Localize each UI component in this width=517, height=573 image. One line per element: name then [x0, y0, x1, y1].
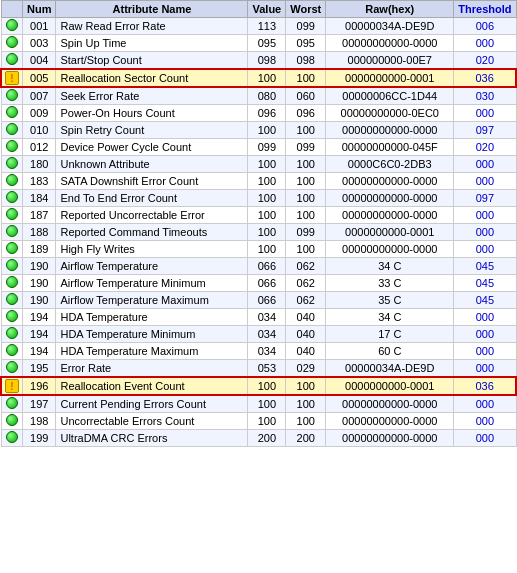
- attr-threshold: 000: [454, 105, 516, 122]
- attr-raw: 00000000000-0EC0: [326, 105, 454, 122]
- attr-threshold: 020: [454, 139, 516, 156]
- attr-value: 100: [248, 395, 286, 413]
- attr-name: SATA Downshift Error Count: [56, 173, 248, 190]
- attr-worst: 100: [286, 173, 326, 190]
- green-status-icon: [6, 225, 18, 237]
- attr-threshold: 000: [454, 224, 516, 241]
- attr-name: Current Pending Errors Count: [56, 395, 248, 413]
- green-status-icon: [6, 276, 18, 288]
- attr-raw: 60 C: [326, 343, 454, 360]
- attr-name: High Fly Writes: [56, 241, 248, 258]
- attr-name: Spin Up Time: [56, 35, 248, 52]
- attr-num: 007: [23, 87, 56, 105]
- attr-name: HDA Temperature Maximum: [56, 343, 248, 360]
- table-row: 004Start/Stop Count098098000000000-00E70…: [1, 52, 516, 70]
- attr-value: 100: [248, 377, 286, 395]
- attr-raw: 00000000000-0000: [326, 190, 454, 207]
- attr-name: Unknown Attribute: [56, 156, 248, 173]
- attr-threshold: 000: [454, 326, 516, 343]
- table-row: 194HDA Temperature Minimum03404017 C000: [1, 326, 516, 343]
- attr-num: 196: [23, 377, 56, 395]
- attr-name: Airflow Temperature Maximum: [56, 292, 248, 309]
- green-status-icon: [6, 36, 18, 48]
- attr-value: 100: [248, 69, 286, 87]
- attr-num: 009: [23, 105, 56, 122]
- attr-threshold: 000: [454, 173, 516, 190]
- attr-raw: 00000000000-0000: [326, 241, 454, 258]
- status-cell: [1, 395, 23, 413]
- table-row: 010Spin Retry Count10010000000000000-000…: [1, 122, 516, 139]
- attr-value: 100: [248, 190, 286, 207]
- attr-worst: 060: [286, 87, 326, 105]
- attr-value: 080: [248, 87, 286, 105]
- attr-raw: 17 C: [326, 326, 454, 343]
- attr-threshold: 000: [454, 360, 516, 378]
- green-status-icon: [6, 414, 18, 426]
- attr-threshold: 036: [454, 69, 516, 87]
- table-row: 198Uncorrectable Errors Count10010000000…: [1, 413, 516, 430]
- attr-name: End To End Error Count: [56, 190, 248, 207]
- attr-threshold: 000: [454, 156, 516, 173]
- attr-num: 199: [23, 430, 56, 447]
- attr-name: Spin Retry Count: [56, 122, 248, 139]
- status-cell: [1, 87, 23, 105]
- status-cell: [1, 122, 23, 139]
- attr-name: Seek Error Rate: [56, 87, 248, 105]
- green-status-icon: [6, 140, 18, 152]
- attr-value: 100: [248, 241, 286, 258]
- attr-threshold: 030: [454, 87, 516, 105]
- attr-worst: 100: [286, 395, 326, 413]
- header-value: Value: [248, 1, 286, 18]
- table-row: !005Reallocation Sector Count10010000000…: [1, 69, 516, 87]
- attr-raw: 00000006CC-1D44: [326, 87, 454, 105]
- table-row: 190Airflow Temperature06606234 C045: [1, 258, 516, 275]
- attr-num: 005: [23, 69, 56, 87]
- attr-worst: 062: [286, 292, 326, 309]
- attr-num: 004: [23, 52, 56, 70]
- attr-raw: 0000000000-0001: [326, 377, 454, 395]
- smart-table: Num Attribute Name Value Worst Raw(hex) …: [0, 0, 517, 447]
- table-row: 194HDA Temperature03404034 C000: [1, 309, 516, 326]
- attr-value: 066: [248, 292, 286, 309]
- attr-name: Start/Stop Count: [56, 52, 248, 70]
- attr-value: 113: [248, 18, 286, 35]
- attr-worst: 200: [286, 430, 326, 447]
- attr-worst: 100: [286, 156, 326, 173]
- green-status-icon: [6, 293, 18, 305]
- warn-status-icon: !: [5, 379, 19, 393]
- attr-worst: 100: [286, 190, 326, 207]
- table-row: 183SATA Downshift Error Count10010000000…: [1, 173, 516, 190]
- green-status-icon: [6, 310, 18, 322]
- attr-num: 190: [23, 292, 56, 309]
- status-cell: [1, 430, 23, 447]
- header-worst: Worst: [286, 1, 326, 18]
- attr-worst: 099: [286, 18, 326, 35]
- attr-value: 096: [248, 105, 286, 122]
- attr-threshold: 045: [454, 292, 516, 309]
- attr-num: 195: [23, 360, 56, 378]
- green-status-icon: [6, 327, 18, 339]
- green-status-icon: [6, 123, 18, 135]
- attr-name: Uncorrectable Errors Count: [56, 413, 248, 430]
- attr-value: 100: [248, 122, 286, 139]
- green-status-icon: [6, 157, 18, 169]
- attr-name: HDA Temperature: [56, 309, 248, 326]
- attr-name: Reported Command Timeouts: [56, 224, 248, 241]
- status-cell: [1, 241, 23, 258]
- attr-worst: 100: [286, 122, 326, 139]
- status-cell: [1, 173, 23, 190]
- table-row: 188Reported Command Timeouts100099000000…: [1, 224, 516, 241]
- attr-value: 100: [248, 156, 286, 173]
- table-row: 001Raw Read Error Rate11309900000034A-DE…: [1, 18, 516, 35]
- attr-threshold: 045: [454, 258, 516, 275]
- table-row: 194HDA Temperature Maximum03404060 C000: [1, 343, 516, 360]
- green-status-icon: [6, 19, 18, 31]
- attr-worst: 100: [286, 413, 326, 430]
- attr-worst: 040: [286, 343, 326, 360]
- green-status-icon: [6, 106, 18, 118]
- green-status-icon: [6, 89, 18, 101]
- table-row: 184End To End Error Count100100000000000…: [1, 190, 516, 207]
- attr-num: 183: [23, 173, 56, 190]
- attr-num: 194: [23, 309, 56, 326]
- attr-threshold: 036: [454, 377, 516, 395]
